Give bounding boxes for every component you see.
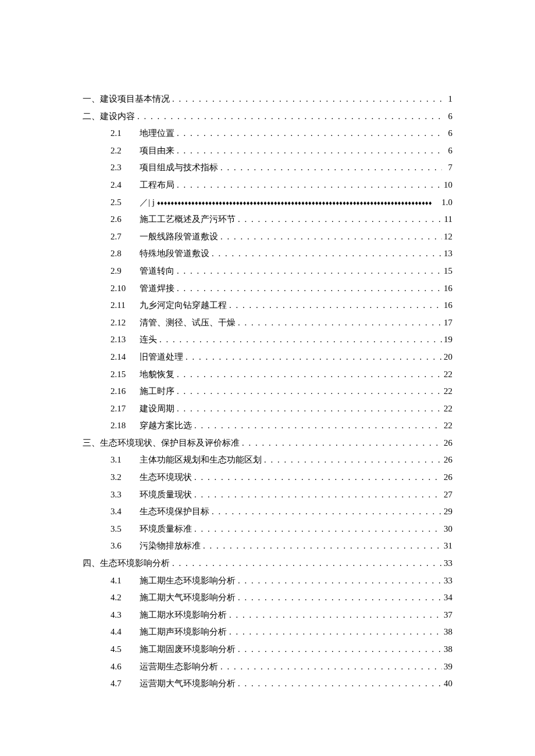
- toc-subsection-number: 4.7: [110, 678, 140, 690]
- toc-leader-dots: [227, 609, 442, 621]
- toc-leader-dots: [240, 437, 442, 449]
- toc-subsection-number: 3.1: [110, 454, 140, 466]
- toc-leader-dots: [192, 489, 442, 501]
- toc-page-number: 34: [442, 592, 452, 604]
- toc-page-number: 6: [442, 110, 452, 123]
- toc-leader-dots: [218, 162, 442, 174]
- toc-leader-dots: [192, 420, 442, 432]
- toc-page-number: 16: [442, 299, 452, 311]
- toc-page-number: 15: [442, 265, 452, 277]
- toc-page-number: 27: [442, 489, 452, 501]
- toc-title: 连头: [140, 334, 157, 346]
- toc-title: ／| j: [140, 196, 155, 209]
- toc-leader-dots: [218, 231, 442, 243]
- toc-title: 项目由来: [140, 145, 174, 157]
- toc-entry: 2.10管道焊接16: [83, 282, 452, 300]
- toc-page-number: 26: [442, 471, 452, 483]
- toc-entry: 一、建设项目基本情况1: [83, 93, 452, 110]
- toc-entry: 4.4施工期声环境影响分析38: [83, 626, 452, 643]
- toc-leader-dots: [236, 317, 442, 329]
- toc-entry: 3.2生态环境现状26: [83, 471, 452, 489]
- toc-leader-dots: [209, 506, 442, 518]
- toc-leader-dots: [174, 179, 442, 191]
- toc-page-number: 29: [442, 506, 452, 518]
- toc-page-number: 1.0: [441, 196, 452, 209]
- toc-subsection-number: 2.12: [110, 317, 140, 329]
- toc-leader-dots: [183, 351, 442, 363]
- toc-leader-dots: [227, 626, 442, 638]
- toc-leader-dots: [174, 127, 442, 139]
- toc-title: 管道转向: [140, 265, 174, 277]
- toc-subsection-number: 2.14: [110, 351, 140, 363]
- toc-title: 工程布局: [140, 179, 174, 191]
- toc-leader-dots: [236, 592, 442, 604]
- toc-entry: 4.3施工期水环境影响分析37: [83, 609, 452, 626]
- toc-page-number: 13: [442, 248, 452, 260]
- toc-subsection-number: 2.18: [110, 420, 140, 432]
- toc-entry: 2.1地理位置6: [83, 127, 452, 145]
- toc-entry: 3.4生态环境保护目标29: [83, 506, 452, 523]
- toc-title: 施工期水环境影响分析: [140, 609, 227, 621]
- table-of-contents: 一、建设项目基本情况1二、建设内容62.1地理位置62.2项目由来62.3项目组…: [83, 93, 452, 695]
- toc-subsection-number: 4.2: [110, 592, 140, 604]
- toc-title: 施工工艺概述及产污环节: [140, 213, 236, 225]
- toc-leader-dots: [218, 661, 442, 673]
- toc-entry: 2.17建设周期22: [83, 403, 452, 420]
- toc-page-number: 16: [442, 282, 452, 295]
- toc-entry: 3.5环境质量标准30: [83, 523, 452, 540]
- toc-page-number: 20: [442, 351, 452, 363]
- toc-subsection-number: 3.6: [110, 540, 140, 552]
- toc-subsection-number: 3.2: [110, 471, 140, 483]
- toc-subsection-number: 2.11: [110, 299, 140, 311]
- toc-page-number: 33: [442, 575, 452, 587]
- toc-entry: 4.6运营期生态影响分析39: [83, 661, 452, 678]
- toc-title: 污染物排放标准: [140, 540, 201, 552]
- toc-page-number: 26: [442, 454, 452, 466]
- toc-subsection-number: 2.10: [110, 282, 140, 295]
- toc-page-number: 22: [442, 368, 452, 381]
- toc-title: 特殊地段管道敷设: [140, 248, 209, 260]
- toc-title: 生态环境现状: [140, 471, 192, 483]
- toc-entry: 四、生态环境影响分析33: [83, 557, 452, 575]
- toc-entry: 2.12清管、测径、试压、干燥17: [83, 317, 452, 334]
- toc-subsection-number: 4.1: [110, 575, 140, 587]
- toc-title: 九乡河定向钻穿越工程: [140, 299, 227, 311]
- toc-title: 施工期固废环境影响分析: [140, 643, 236, 655]
- toc-entry: 4.5施工期固废环境影响分析38: [83, 643, 452, 661]
- toc-title: 施工期声环境影响分析: [140, 626, 227, 638]
- toc-leader-dots: [174, 282, 442, 295]
- toc-entry: 2.16施工时序22: [83, 385, 452, 403]
- toc-entry: 2.11九乡河定向钻穿越工程16: [83, 299, 452, 317]
- toc-subsection-number: 2.6: [110, 213, 140, 225]
- toc-leader-dots: [157, 334, 442, 346]
- toc-page-number: 39: [442, 661, 452, 673]
- toc-subsection-number: 2.5: [110, 196, 140, 209]
- toc-leader-dots: [192, 471, 442, 483]
- toc-leader-dots: [209, 248, 442, 260]
- toc-entry: 4.2施工期大气环境影响分析34: [83, 592, 452, 609]
- toc-page-number: 17: [442, 317, 452, 329]
- toc-page-number: 1: [442, 93, 452, 105]
- toc-title: 环境质量现状: [140, 489, 192, 501]
- toc-section-number: 四、: [83, 557, 100, 569]
- toc-entry: 2.5／| j1.0: [83, 196, 452, 214]
- toc-section-number: 一、: [83, 93, 100, 105]
- toc-entry: 2.4工程布局10: [83, 179, 452, 196]
- toc-title: 地貌恢复: [140, 368, 174, 381]
- toc-leader-dots: [236, 213, 442, 225]
- toc-leader-dots: [170, 557, 442, 569]
- toc-title: 旧管道处理: [140, 351, 183, 363]
- toc-subsection-number: 4.3: [110, 609, 140, 621]
- toc-subsection-number: 2.4: [110, 179, 140, 191]
- toc-entry: 2.15地貌恢复22: [83, 368, 452, 386]
- toc-entry: 2.13连头19: [83, 334, 452, 351]
- toc-title: 项目组成与技术指标: [140, 162, 218, 174]
- toc-page-number: 22: [442, 403, 452, 415]
- toc-leader-dots: [262, 454, 442, 466]
- toc-leader-dots: [174, 368, 442, 381]
- toc-title: 生态环境现状、保护目标及评价标准: [100, 437, 240, 449]
- toc-subsection-number: 3.4: [110, 506, 140, 518]
- toc-page-number: 7: [442, 162, 452, 174]
- toc-leader-dots: [174, 403, 442, 415]
- toc-subsection-number: 2.15: [110, 368, 140, 381]
